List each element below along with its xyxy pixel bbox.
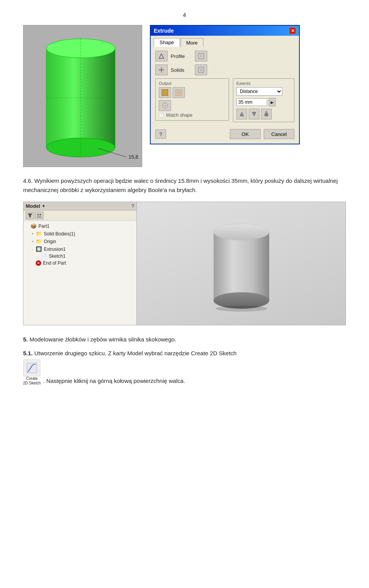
- tree-help-icon: ?: [131, 203, 134, 209]
- tab-more[interactable]: More: [181, 38, 204, 47]
- expander-part1: [25, 224, 30, 229]
- page-number: 4: [23, 12, 346, 18]
- section-5: 5. Modelowanie żłobków i zębów wirnika s…: [23, 335, 346, 386]
- direction-btn-1[interactable]: [236, 109, 247, 119]
- svg-rect-15: [162, 89, 168, 96]
- screenshot-area: 15,8 Extrude ✕ Shape More Profile: [23, 25, 346, 167]
- svg-marker-20: [240, 112, 244, 116]
- origin-icon: 📁: [36, 239, 42, 245]
- last-sentence: . Następnie kliknij na górną kołową powi…: [43, 376, 185, 386]
- sketch1-label: Sketch1: [49, 253, 65, 259]
- solids-action-btn[interactable]: [195, 65, 207, 75]
- ok-cancel-row: OK Cancel: [230, 129, 294, 139]
- svg-rect-14: [200, 69, 202, 71]
- sketch1-icon: 📄: [41, 253, 47, 259]
- solids-label: Solids: [171, 67, 192, 73]
- create-sketch-area: Create2D Sketch . Następnie kliknij na g…: [23, 359, 346, 386]
- svg-rect-10: [200, 55, 202, 57]
- svg-marker-24: [28, 214, 32, 218]
- direction-btn-2[interactable]: [249, 109, 259, 119]
- extents-arrow-btn[interactable]: ▶: [269, 98, 276, 106]
- tree-item-extrusion1[interactable]: - 🔲 Extrusion1: [25, 245, 135, 253]
- part1-label: Part1: [38, 224, 50, 229]
- origin-label: Origin: [44, 239, 56, 244]
- tree-toolbar: [23, 210, 136, 221]
- tree-item-end-of-part[interactable]: ✕ End of Part: [25, 260, 135, 267]
- match-shape-checkbox[interactable]: [159, 113, 164, 118]
- svg-rect-28: [213, 232, 269, 300]
- expander-sketch1: [36, 254, 40, 258]
- end-of-part-label: End of Part: [43, 260, 66, 266]
- page: 4: [0, 0, 369, 588]
- profile-icon-btn[interactable]: [155, 51, 168, 61]
- expander-end-of-part: [30, 261, 35, 265]
- dialog-title: Extrude: [154, 28, 174, 34]
- solids-icon-btn[interactable]: [155, 65, 168, 75]
- svg-rect-17: [176, 90, 181, 95]
- tree-title-arrow-icon: ▼: [42, 204, 46, 208]
- svg-point-29: [213, 224, 269, 240]
- dialog-bottom-row: ? OK Cancel: [155, 129, 294, 139]
- expander-extrusion1: -: [30, 247, 35, 252]
- dialog-body: Profile Solids: [151, 47, 299, 144]
- tree-item-origin[interactable]: + 📁 Origin: [25, 238, 135, 245]
- create-2d-sketch-icon[interactable]: [23, 359, 40, 376]
- cylinder-3d-view: 15,8: [23, 25, 142, 167]
- extrusion1-icon: 🔲: [36, 246, 42, 252]
- solid-bodies-label: Solid Bodies(1): [44, 231, 75, 237]
- profile-action-btn[interactable]: [195, 51, 207, 61]
- output-extra-btn[interactable]: [159, 100, 171, 111]
- output-label: Output: [159, 81, 226, 86]
- output-section: Output: [155, 78, 229, 121]
- section-5-body: Modelowanie żłobków i zębów wirnika siln…: [30, 336, 176, 343]
- tree-group-btn[interactable]: [35, 212, 43, 219]
- tree-item-part1[interactable]: 📦 Part1: [25, 222, 135, 230]
- match-checkbox-row: Match shape: [159, 113, 226, 118]
- part1-icon: 📦: [30, 223, 37, 229]
- direction-icons: [236, 109, 291, 119]
- create-2d-sketch-label: Create2D Sketch: [23, 376, 41, 386]
- end-of-part-icon: ✕: [36, 260, 41, 266]
- extents-value-row: ▶: [236, 98, 291, 106]
- section-5-heading: 5.: [23, 336, 28, 343]
- ok-button[interactable]: OK: [230, 129, 261, 139]
- tree-item-solid-bodies[interactable]: + 📁 Solid Bodies(1): [25, 230, 135, 238]
- output-surface-btn[interactable]: [173, 87, 185, 98]
- section-5-1-body: Utworzenie drugiego szkicu. Z karty Mode…: [34, 350, 236, 356]
- create-2d-sketch-icon-box: Create2D Sketch: [23, 359, 41, 386]
- output-solid-btn[interactable]: [159, 87, 171, 98]
- svg-text:15,8: 15,8: [128, 154, 138, 160]
- tab-shape[interactable]: Shape: [154, 38, 180, 47]
- expander-origin: +: [30, 239, 35, 244]
- tree-items: 📦 Part1 + 📁 Solid Bodies(1) + 📁 Origin: [23, 221, 136, 268]
- extents-select[interactable]: Distance: [236, 87, 283, 96]
- svg-point-25: [37, 214, 39, 215]
- tree-title-bar: Model ▼ ?: [23, 202, 136, 210]
- tree-filter-btn[interactable]: [26, 212, 34, 219]
- solid-bodies-icon: 📁: [36, 231, 42, 237]
- help-button[interactable]: ?: [155, 129, 166, 139]
- section-5-text: 5. Modelowanie żłobków i zębów wirnika s…: [23, 335, 346, 345]
- output-icons: [159, 87, 226, 98]
- profile-label: Profile: [171, 53, 192, 59]
- expander-solid-bodies: +: [30, 232, 35, 236]
- section-5-1-heading: 5.1.: [23, 350, 33, 356]
- svg-marker-22: [264, 112, 268, 116]
- svg-point-31: [215, 306, 267, 311]
- model-area: Model ▼ ? 📦 Part1: [23, 202, 346, 325]
- close-button[interactable]: ✕: [289, 27, 296, 34]
- direction-btn-3[interactable]: [261, 109, 272, 119]
- dialog-tabs: Shape More: [151, 36, 299, 47]
- cancel-button[interactable]: Cancel: [264, 129, 294, 139]
- svg-point-26: [40, 214, 41, 215]
- section-5-1-text: 5.1. Utworzenie drugiego szkicu. Z karty…: [23, 348, 346, 358]
- extrude-dialog: Extrude ✕ Shape More Profile: [150, 25, 300, 144]
- extrusion1-label: Extrusion1: [44, 247, 66, 252]
- extents-value-input[interactable]: [236, 98, 267, 106]
- match-shape-label: Match shape: [166, 113, 193, 118]
- tree-item-sketch1[interactable]: 📄 Sketch1: [25, 253, 135, 260]
- extents-label: Extents: [236, 81, 291, 86]
- tree-title-content: Model ▼: [26, 203, 45, 209]
- extents-section: Extents Distance ▶: [233, 78, 294, 122]
- tree-title-label: Model: [26, 203, 40, 209]
